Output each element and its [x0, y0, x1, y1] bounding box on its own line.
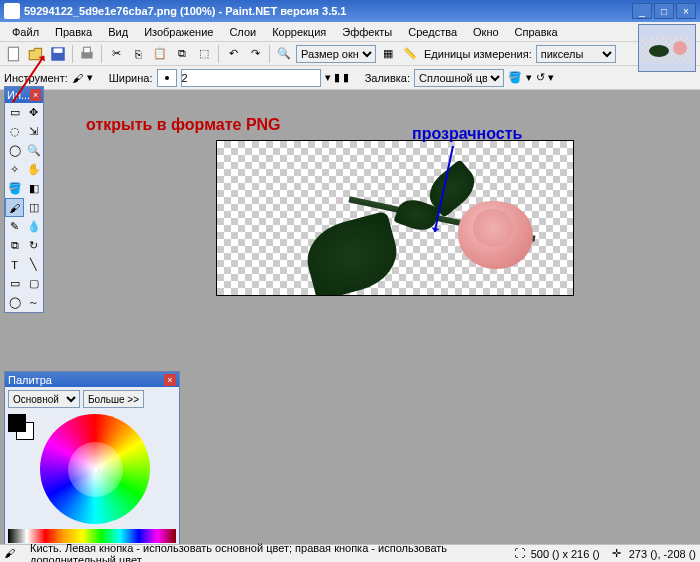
crop-button[interactable]: ⧉	[172, 44, 192, 64]
palette-color-type[interactable]: Основной	[8, 390, 80, 408]
new-button[interactable]	[4, 44, 24, 64]
menu-effects[interactable]: Эффекты	[334, 24, 400, 40]
statusbar: 🖌 Кисть. Левая кнопка - использовать осн…	[0, 544, 700, 562]
tool-freeform[interactable]: ～	[24, 293, 43, 312]
save-button[interactable]	[48, 44, 68, 64]
grid-button[interactable]: ▦	[378, 44, 398, 64]
undo-button[interactable]: ↶	[223, 44, 243, 64]
svg-rect-4	[84, 47, 91, 53]
redo-button[interactable]: ↷	[245, 44, 265, 64]
annotation-open-png: открыть в формате PNG	[86, 116, 281, 134]
tool-colorpicker[interactable]: 💧	[24, 217, 43, 236]
tool-line[interactable]: ╲	[24, 255, 43, 274]
zoom-button[interactable]: 🔍	[274, 44, 294, 64]
minimize-button[interactable]: _	[632, 3, 652, 19]
tool-text[interactable]: T	[5, 255, 24, 274]
copy-button[interactable]: ⎘	[128, 44, 148, 64]
bucket-icon[interactable]: 🪣	[508, 71, 522, 84]
deselect-button[interactable]: ⬚	[194, 44, 214, 64]
menu-window[interactable]: Окно	[465, 24, 507, 40]
palette-more-button[interactable]: Больше >>	[83, 390, 144, 408]
tool-rectangle[interactable]: ▭	[5, 274, 24, 293]
size-icon: ⛶	[514, 547, 528, 561]
menu-layers[interactable]: Слои	[221, 24, 264, 40]
tool-ellipse-select[interactable]: ◯	[5, 141, 24, 160]
tool-recolor[interactable]: ↻	[24, 236, 43, 255]
menu-help[interactable]: Справка	[507, 24, 566, 40]
close-button[interactable]: ×	[676, 3, 696, 19]
menu-correction[interactable]: Коррекция	[264, 24, 334, 40]
titlebar: 59294122_5d9e1e76cba7.png (100%) - Paint…	[0, 0, 700, 22]
rose-flower	[458, 201, 533, 269]
zoom-select[interactable]: Размер окн	[296, 45, 376, 63]
tool-rounded-rect[interactable]: ▢	[24, 274, 43, 293]
thumbnail-image	[641, 37, 693, 63]
cut-button[interactable]: ✂	[106, 44, 126, 64]
paste-button[interactable]: 📋	[150, 44, 170, 64]
menu-tools[interactable]: Средства	[400, 24, 465, 40]
width-label: Ширина:	[109, 72, 153, 84]
toolbar-tool-options: Инструмент: 🖌▾ Ширина: ▾ ▮ ▮ Заливка: Сп…	[0, 66, 700, 90]
toolbox-header[interactable]: Ин... ×	[5, 87, 43, 103]
thumbnail-panel[interactable]	[638, 24, 696, 72]
brush-tool-icon[interactable]: 🖌	[72, 72, 83, 84]
tool-clone[interactable]: ⧉	[5, 236, 24, 255]
units-label: Единицы измерения:	[424, 48, 532, 60]
tool-pan[interactable]: ✋	[24, 160, 43, 179]
menu-file[interactable]: Файл	[4, 24, 47, 40]
tool-lasso[interactable]: ◌	[5, 122, 24, 141]
color-wheel[interactable]	[40, 414, 150, 524]
toolbox-close-icon[interactable]: ×	[30, 89, 41, 101]
print-button[interactable]	[77, 44, 97, 64]
tool-pencil[interactable]: ✎	[5, 217, 24, 236]
color-wheel-marker[interactable]	[93, 467, 99, 473]
canvas[interactable]	[217, 141, 573, 295]
tool-magic-wand[interactable]: ✧	[5, 160, 24, 179]
menu-edit[interactable]: Правка	[47, 24, 100, 40]
brush-preview	[157, 69, 177, 87]
svg-rect-2	[54, 48, 63, 53]
tool-ellipse[interactable]: ◯	[5, 293, 24, 312]
menubar: Файл Правка Вид Изображение Слои Коррекц…	[0, 22, 700, 42]
width-input[interactable]	[181, 69, 321, 87]
tool-rect-select[interactable]: ▭	[5, 103, 24, 122]
tool-move[interactable]: ✥	[24, 103, 43, 122]
palette-panel: Палитра × Основной Больше >>	[4, 371, 180, 547]
app-icon	[4, 3, 20, 19]
annotation-transparency: прозрачность	[412, 125, 522, 143]
toolbar-main: ✂ ⎘ 📋 ⧉ ⬚ ↶ ↷ 🔍 Размер окн ▦ 📏 Единицы и…	[0, 42, 700, 66]
tool-gradient[interactable]: ◧	[24, 179, 43, 198]
toolbox-panel: Ин... × ▭ ✥ ◌ ⇲ ◯ 🔍 ✧ ✋ 🪣 ◧ 🖌 ◫ ✎ 💧 ⧉ ↻ …	[4, 86, 44, 313]
tool-zoom[interactable]: 🔍	[24, 141, 43, 160]
maximize-button[interactable]: □	[654, 3, 674, 19]
palette-title: Палитра	[8, 374, 52, 386]
fill-select[interactable]: Сплошной цвет	[414, 69, 504, 87]
svg-rect-0	[8, 47, 18, 61]
menu-view[interactable]: Вид	[100, 24, 136, 40]
primary-color-swatch[interactable]	[8, 414, 26, 432]
menu-image[interactable]: Изображение	[136, 24, 221, 40]
tool-move-selection[interactable]: ⇲	[24, 122, 43, 141]
palette-header[interactable]: Палитра ×	[5, 372, 179, 387]
position-icon: ✛	[612, 547, 626, 561]
canvas-container	[216, 140, 574, 296]
ruler-button[interactable]: 📏	[400, 44, 420, 64]
tool-bucket[interactable]: 🪣	[5, 179, 24, 198]
status-hint: Кисть. Левая кнопка - использовать основ…	[30, 542, 502, 563]
status-cursor-pos: ✛ 273 (), -208 ()	[612, 547, 696, 561]
tool-brush[interactable]: 🖌	[5, 198, 24, 217]
tool-eraser[interactable]: ◫	[24, 198, 43, 217]
palette-close-icon[interactable]: ×	[164, 374, 176, 386]
fill-label: Заливка:	[365, 72, 410, 84]
units-select[interactable]: пикселы	[536, 45, 616, 63]
status-canvas-size: ⛶ 500 () x 216 ()	[514, 547, 600, 561]
color-swatches[interactable]	[8, 414, 36, 524]
brush-status-icon: 🖌	[4, 547, 18, 561]
window-title: 59294122_5d9e1e76cba7.png (100%) - Paint…	[24, 5, 632, 17]
instrument-label: Инструмент:	[4, 72, 68, 84]
